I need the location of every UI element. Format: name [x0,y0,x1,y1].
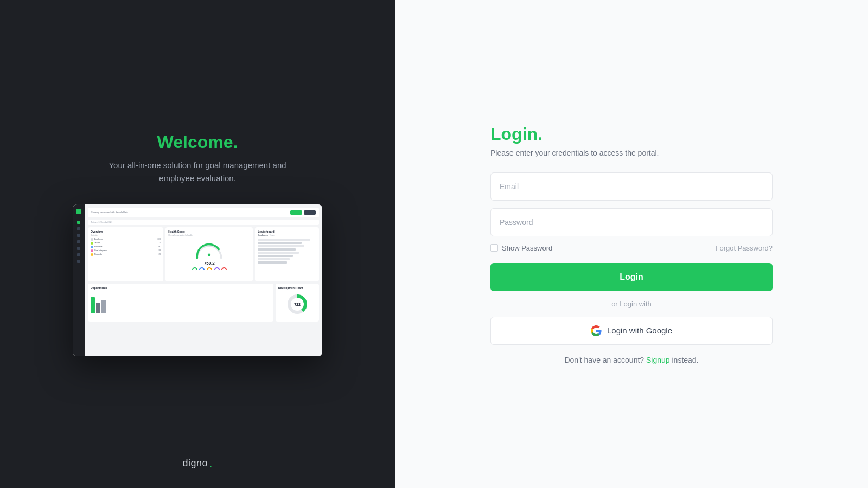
mock-sidebar-dot [77,227,80,230]
mock-health-sub: Overall organization's health [168,234,250,236]
mock-overview-row: Employee 800 [91,238,161,241]
divider-row: or Login with [490,300,773,308]
mock-main: Showing dashboard with Sample Data Today… [85,204,322,356]
mock-btn-dark [304,210,316,215]
mock-card-title: Overview [91,230,161,233]
mock-sidebar-dot [77,221,80,224]
mock-sidebar-dot [77,234,80,237]
mock-lb-title: Leaderboard [258,230,316,233]
mock-overview-rows: Employee 800 Teams 27 Portfolios 100 [91,238,161,256]
options-row: Show Password Forgot Password? [490,244,773,252]
login-title: Login. [490,124,773,144]
mock-overview-row: Portfolios 100 [91,246,161,248]
mock-sidebar-dot [77,260,80,263]
welcome-title: Welcome. [157,132,238,152]
svg-text:722: 722 [294,303,301,306]
left-panel: Welcome. Your all-in-one solution for go… [0,0,395,488]
signup-row: Don't have an account? Signup instead. [490,356,773,364]
divider-line-right [658,304,773,304]
login-container: Login. Please enter your credentials to … [490,124,773,364]
mock-health-title: Health Score [168,230,250,233]
left-content: Welcome. Your all-in-one solution for go… [0,132,395,356]
show-password-checkbox[interactable] [490,244,498,252]
mock-overview-row: Rewards 29 [91,253,161,256]
brand-dot: . [209,455,213,471]
mock-bottom-row: Departments Development Team [88,284,319,322]
mock-donut-container: 722 [278,291,316,318]
password-input[interactable] [490,208,773,236]
mock-overview-card: Overview Statistics Employee 800 Teams 2… [88,227,163,281]
mock-health-number: 750.2 [204,261,215,266]
mock-health-card: Health Score Overall organization's heal… [165,227,253,281]
mock-date-text: Today - 12th July 2021 [91,221,112,223]
mock-gauge-svg [194,243,224,260]
login-subtitle: Please enter your credentials to access … [490,149,773,157]
mock-topbar-text: Showing dashboard with Sample Data [91,211,128,214]
mock-sidebar-dot [77,253,80,256]
mock-sidebar-dot [77,240,80,243]
mock-overview-row: Goal Integrated 88 [91,249,161,252]
mock-btn-green [290,210,302,215]
mock-health-center: 750.2 Length Goals App Usage Length Beha… [168,238,250,277]
mock-overview-row: Teams 27 [91,242,161,245]
svg-point-0 [208,253,210,256]
mock-content-row: Overview Statistics Employee 800 Teams 2… [88,227,319,281]
mock-card-sub: Statistics [91,234,161,236]
forgot-password-link[interactable]: Forgot Password? [716,244,773,252]
mock-team-card: Development Team 722 [276,284,319,322]
mock-leaderboard-card: Leaderboard Employees Teams [255,227,319,281]
signup-link[interactable]: Signup [646,356,670,364]
mock-date-bar: Today - 12th July 2021 [88,220,319,225]
show-password-label[interactable]: Show Password [490,244,552,252]
welcome-subtitle: Your all-in-one solution for goal manage… [100,159,295,185]
brand-logo: digno. [182,455,212,471]
mock-team-title: Development Team [278,286,316,290]
divider-text: or Login with [611,300,652,308]
mock-topbar-btns [290,210,316,215]
mock-dept-card: Departments [88,284,273,322]
mock-topbar: Showing dashboard with Sample Data [88,208,319,217]
login-button[interactable]: Login [490,263,773,291]
mock-sidebar [73,204,85,356]
divider-line-left [490,304,605,304]
google-icon [591,325,602,336]
mock-gauge-bottom: Length Goals App Usage Length Behavior [192,267,227,272]
mock-donut-svg: 722 [286,293,308,315]
dashboard-mockup: Showing dashboard with Sample Data Today… [73,204,322,356]
brand-name: digno [182,458,208,469]
mock-dept-title: Departments [91,286,271,290]
right-panel: Login. Please enter your credentials to … [395,0,868,488]
mock-lb-rows [258,239,316,264]
email-input[interactable] [490,172,773,201]
mock-sidebar-logo [76,209,81,214]
google-login-button[interactable]: Login with Google [490,317,773,345]
mock-sidebar-dot [77,247,80,250]
mock-bar-chart [91,292,271,313]
